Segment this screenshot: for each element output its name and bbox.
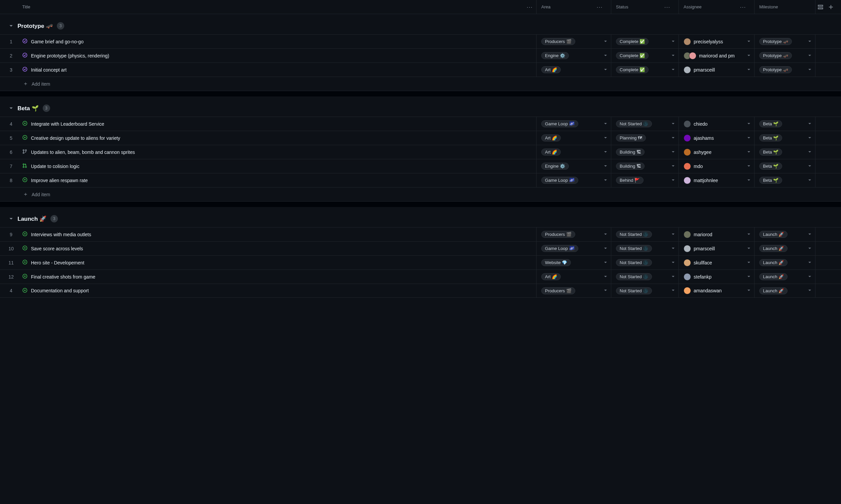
column-header-assignee[interactable]: Assignee	[684, 4, 701, 10]
milestone-pill[interactable]: Beta 🌱	[759, 177, 782, 184]
chevron-down-icon[interactable]	[747, 246, 751, 251]
chevron-down-icon[interactable]	[808, 260, 812, 266]
chevron-down-icon[interactable]	[603, 149, 607, 155]
chevron-down-icon[interactable]	[747, 53, 751, 58]
milestone-pill[interactable]: Beta 🌱	[759, 148, 782, 156]
column-header-milestone[interactable]: Milestone	[759, 4, 778, 10]
issue-title[interactable]: Creative design update to aliens for var…	[31, 136, 120, 141]
chevron-down-icon[interactable]	[808, 164, 812, 169]
milestone-pill[interactable]: Launch 🚀	[759, 259, 788, 266]
chevron-down-icon[interactable]	[671, 121, 675, 127]
issue-title[interactable]: Documentation and support	[31, 288, 89, 293]
milestone-pill[interactable]: Launch 🚀	[759, 273, 788, 280]
milestone-pill[interactable]: Launch 🚀	[759, 231, 788, 238]
table-row[interactable]: 3Initial concept artArt 🌈Complete ✅pmars…	[0, 62, 841, 77]
assignee-name[interactable]: ashygee	[694, 149, 711, 155]
chevron-down-icon[interactable]	[808, 274, 812, 280]
chevron-down-icon[interactable]	[603, 178, 607, 183]
chevron-down-icon[interactable]	[603, 232, 607, 237]
chevron-down-icon[interactable]	[747, 39, 751, 44]
status-pill[interactable]: Not Started 🌑	[616, 273, 652, 280]
issue-title[interactable]: Improve alien respawn rate	[31, 178, 88, 183]
assignee-name[interactable]: skullface	[694, 260, 712, 266]
chevron-down-icon[interactable]	[747, 260, 751, 266]
area-pill[interactable]: Website 💎	[541, 259, 571, 266]
table-row[interactable]: 7Update to colision logicEngine ⚙️Buildi…	[0, 159, 841, 173]
chevron-down-icon[interactable]	[603, 136, 607, 141]
area-pill[interactable]: Art 🌈	[541, 134, 561, 142]
status-pill[interactable]: Not Started 🌑	[616, 245, 652, 252]
chevron-down-icon[interactable]	[603, 39, 607, 44]
assignee-name[interactable]: chiedo	[694, 121, 707, 127]
chevron-down-icon[interactable]	[671, 274, 675, 280]
area-pill[interactable]: Art 🌈	[541, 66, 561, 73]
collapse-icon[interactable]	[9, 216, 14, 221]
issue-title[interactable]: Initial concept art	[31, 67, 67, 73]
chevron-down-icon[interactable]	[671, 39, 675, 44]
milestone-pill[interactable]: Beta 🌱	[759, 134, 782, 142]
collapse-icon[interactable]	[9, 106, 14, 110]
milestone-pill[interactable]: Prototype 🛹	[759, 52, 792, 59]
area-pill[interactable]: Producers 🎬	[541, 38, 575, 45]
chevron-down-icon[interactable]	[747, 67, 751, 73]
column-menu-status[interactable]: ⋯	[664, 3, 670, 11]
assignee-name[interactable]: stefankp	[694, 274, 711, 280]
status-pill[interactable]: Not Started 🌑	[616, 231, 652, 238]
chevron-down-icon[interactable]	[671, 67, 675, 73]
chevron-down-icon[interactable]	[671, 164, 675, 169]
collapse-icon[interactable]	[9, 23, 14, 28]
table-row[interactable]: 4Integrate with Leaderboard ServiceGame …	[0, 116, 841, 131]
chevron-down-icon[interactable]	[747, 164, 751, 169]
chevron-down-icon[interactable]	[603, 164, 607, 169]
rows-icon[interactable]	[818, 4, 824, 10]
chevron-down-icon[interactable]	[808, 53, 812, 58]
chevron-down-icon[interactable]	[603, 260, 607, 266]
assignee-name[interactable]: mariorod and pm	[699, 53, 735, 58]
chevron-down-icon[interactable]	[747, 178, 751, 183]
chevron-down-icon[interactable]	[603, 121, 607, 127]
table-row[interactable]: 9Interviews with media outletsProducers …	[0, 227, 841, 241]
assignee-name[interactable]: mariorod	[694, 232, 712, 237]
chevron-down-icon[interactable]	[603, 288, 607, 293]
add-column-icon[interactable]	[828, 4, 834, 10]
column-header-area[interactable]: Area	[541, 4, 550, 10]
assignee-name[interactable]: amandaswan	[694, 288, 722, 293]
column-menu-area[interactable]: ⋯	[597, 3, 603, 11]
chevron-down-icon[interactable]	[603, 246, 607, 251]
assignee-name[interactable]: preciselyalyss	[694, 39, 723, 44]
status-pill[interactable]: Not Started 🌑	[616, 259, 652, 266]
assignee-name[interactable]: pmarsceill	[694, 246, 715, 251]
column-menu-assignee[interactable]: ⋯	[740, 3, 746, 11]
column-header-status[interactable]: Status	[616, 4, 629, 10]
chevron-down-icon[interactable]	[808, 39, 812, 44]
chevron-down-icon[interactable]	[747, 149, 751, 155]
chevron-down-icon[interactable]	[671, 53, 675, 58]
table-row[interactable]: 4Documentation and supportProducers 🎬Not…	[0, 284, 841, 298]
chevron-down-icon[interactable]	[603, 67, 607, 73]
chevron-down-icon[interactable]	[603, 53, 607, 58]
milestone-pill[interactable]: Prototype 🛹	[759, 66, 792, 73]
chevron-down-icon[interactable]	[747, 121, 751, 127]
issue-title[interactable]: Game brief and go-no-go	[31, 39, 83, 44]
chevron-down-icon[interactable]	[747, 274, 751, 280]
chevron-down-icon[interactable]	[671, 136, 675, 141]
table-row[interactable]: 2Engine prototype (physics, rendering)En…	[0, 48, 841, 62]
status-pill[interactable]: Complete ✅	[616, 38, 649, 45]
status-pill[interactable]: Complete ✅	[616, 52, 649, 59]
chevron-down-icon[interactable]	[747, 288, 751, 293]
status-pill[interactable]: Behind 🚩	[616, 177, 643, 184]
chevron-down-icon[interactable]	[747, 232, 751, 237]
add-item-button[interactable]: ＋Add item	[0, 187, 841, 202]
issue-title[interactable]: Interviews with media outlets	[31, 232, 91, 237]
area-pill[interactable]: Engine ⚙️	[541, 52, 569, 59]
assignee-name[interactable]: mattjohnlee	[694, 178, 718, 183]
table-row[interactable]: 10Save score across levelsGame Loop 🌌Not…	[0, 241, 841, 255]
chevron-down-icon[interactable]	[671, 246, 675, 251]
area-pill[interactable]: Art 🌈	[541, 148, 561, 156]
table-row[interactable]: 8Improve alien respawn rateGame Loop 🌌Be…	[0, 173, 841, 187]
milestone-pill[interactable]: Beta 🌱	[759, 163, 782, 170]
chevron-down-icon[interactable]	[808, 149, 812, 155]
milestone-pill[interactable]: Beta 🌱	[759, 120, 782, 127]
assignee-name[interactable]: pmarsceill	[694, 67, 715, 73]
chevron-down-icon[interactable]	[603, 274, 607, 280]
